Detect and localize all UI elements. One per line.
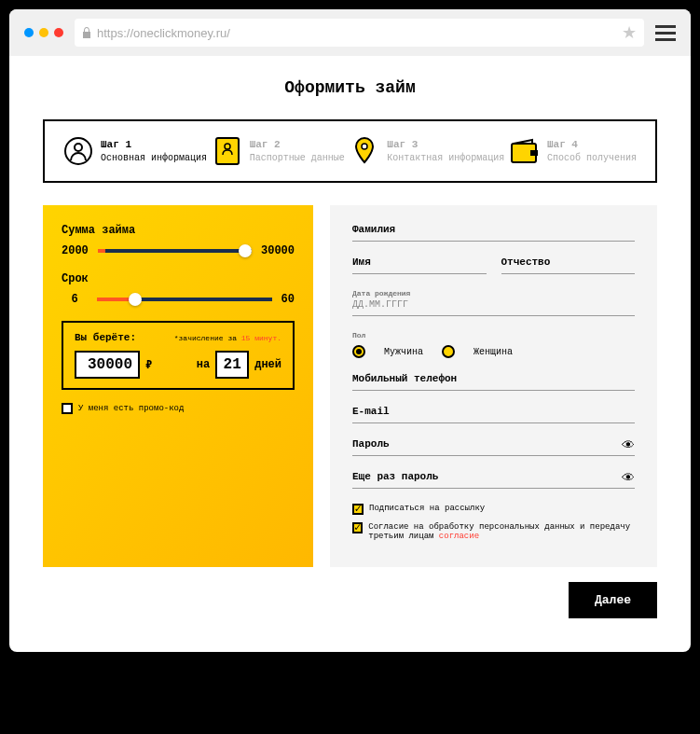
gender-label: Пол	[352, 331, 635, 341]
svg-rect-6	[530, 150, 538, 156]
passport-icon	[213, 136, 242, 166]
bookmark-star-icon[interactable]: ★	[622, 22, 637, 43]
dob-field[interactable]: ДД.ММ.ГГГГ	[352, 299, 635, 316]
step-title: Шаг 1	[101, 138, 207, 151]
svg-point-1	[75, 144, 82, 151]
person-icon	[63, 136, 93, 166]
password-field[interactable]: Пароль	[352, 438, 635, 456]
step-desc: Основная информация	[101, 152, 207, 164]
promo-checkbox[interactable]	[62, 403, 73, 414]
svg-point-4	[362, 144, 367, 149]
amount-input[interactable]	[75, 351, 140, 379]
subscribe-label: Подписаться на рассылку	[369, 504, 485, 513]
browser-window: https://oneclickmoney.ru/ ★ Оформить зай…	[9, 9, 691, 652]
next-button[interactable]: Далее	[569, 582, 657, 618]
email-field[interactable]: E-mail	[352, 406, 635, 423]
promo-label: У меня есть промо-код	[78, 404, 184, 413]
amount-slider-row: 2000 30000	[62, 244, 295, 257]
consent-checkbox[interactable]	[352, 522, 363, 533]
step-desc: Паспортные данные	[250, 152, 345, 164]
amount-slider[interactable]	[98, 249, 252, 253]
gender-male-label: Мужчина	[384, 347, 423, 357]
credit-note: *зачисление за 15 минут.	[174, 334, 281, 342]
on-label: на	[197, 358, 210, 371]
lock-icon	[82, 27, 91, 38]
loan-summary: Вы берёте: *зачисление за 15 минут. ₽ на…	[62, 321, 295, 390]
window-close-icon[interactable]	[24, 28, 34, 37]
step-4: Шаг 4 Способ получения	[510, 136, 637, 166]
eye-icon[interactable]: 👁	[622, 438, 635, 453]
window-controls	[24, 28, 63, 37]
step-2: Шаг 2 Паспортные данные	[213, 136, 345, 166]
page-title: Оформить займ	[43, 78, 657, 97]
promo-row: У меня есть промо-код	[62, 403, 295, 414]
url-text: https://oneclickmoney.ru/	[97, 26, 230, 40]
term-slider-row: 6 60	[62, 293, 295, 306]
step-desc: Контактная информация	[387, 152, 504, 164]
term-slider[interactable]	[97, 298, 272, 301]
url-bar[interactable]: https://oneclickmoney.ru/ ★	[75, 19, 644, 47]
menu-icon[interactable]	[655, 25, 676, 41]
registration-form: Фамилия Имя Отчество Дата рождения ДД.ММ…	[330, 205, 657, 567]
days-label: дней	[254, 358, 281, 371]
password-confirm-field[interactable]: Еще раз пароль	[352, 471, 635, 489]
eye-icon[interactable]: 👁	[622, 471, 635, 486]
step-title: Шаг 3	[387, 138, 504, 151]
subscribe-checkbox[interactable]	[352, 504, 364, 515]
phone-field[interactable]: Мобильный телефон	[352, 373, 635, 391]
page-content: Оформить займ Шаг 1 Основная информация …	[9, 56, 691, 652]
gender-female-label: Женщина	[474, 347, 513, 357]
term-label: Срок	[62, 272, 295, 285]
steps-bar: Шаг 1 Основная информация Шаг 2 Паспортн…	[43, 119, 657, 183]
term-max: 60	[281, 293, 295, 306]
location-pin-icon	[350, 136, 379, 166]
amount-max: 30000	[261, 244, 295, 257]
term-input[interactable]	[215, 351, 249, 379]
patronymic-field[interactable]: Отчество	[501, 256, 636, 274]
step-3: Шаг 3 Контактная информация	[350, 136, 504, 166]
amount-min: 2000	[62, 244, 89, 257]
gender-female-radio[interactable]	[442, 345, 455, 358]
loan-calculator: Сумма займа 2000 30000 Срок 6 60 Вы берё…	[43, 205, 313, 567]
window-minimize-icon[interactable]	[39, 28, 48, 37]
term-min: 6	[62, 293, 88, 306]
currency-label: ₽	[145, 358, 152, 372]
window-maximize-icon[interactable]	[54, 28, 63, 37]
consent-text: Согласие на обработку персональных данны…	[368, 522, 635, 541]
svg-rect-2	[216, 138, 239, 164]
dob-label: Дата рождения	[352, 289, 635, 299]
consent-link[interactable]: согласие	[439, 532, 479, 541]
name-field[interactable]: Имя	[352, 256, 487, 274]
amount-label: Сумма займа	[62, 224, 295, 237]
step-1: Шаг 1 Основная информация	[63, 136, 207, 166]
step-title: Шаг 4	[547, 138, 637, 151]
wallet-icon	[510, 136, 540, 166]
browser-chrome: https://oneclickmoney.ru/ ★	[9, 9, 691, 56]
take-label: Вы берёте:	[75, 332, 136, 343]
step-desc: Способ получения	[547, 152, 637, 164]
main-row: Сумма займа 2000 30000 Срок 6 60 Вы берё…	[43, 205, 657, 567]
surname-field[interactable]: Фамилия	[352, 224, 635, 242]
gender-male-radio[interactable]	[352, 345, 365, 358]
step-title: Шаг 2	[250, 138, 345, 151]
